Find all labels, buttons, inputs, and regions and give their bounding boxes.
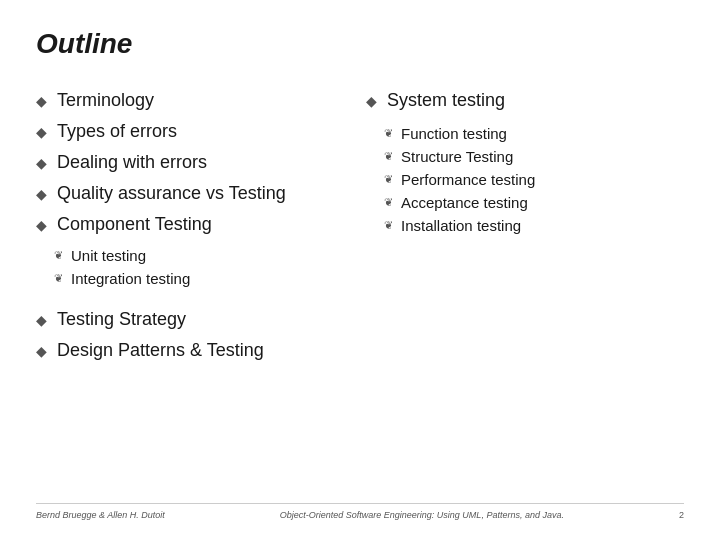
system-testing-label: System testing: [387, 90, 505, 111]
slide: Outline ◆ Terminology ◆ Types of errors …: [0, 0, 720, 540]
diamond-icon-6: ◆: [36, 312, 47, 328]
sub-bullet-text-integration: Integration testing: [71, 270, 190, 287]
content-area: ◆ Terminology ◆ Types of errors ◆ Dealin…: [36, 90, 684, 503]
sub-bullet-acceptance-testing: ❦ Acceptance testing: [384, 194, 684, 211]
sub-diamond-icon-1: ❦: [54, 249, 63, 262]
sub-bullet-text-installation: Installation testing: [401, 217, 521, 234]
sub-bullet-text-function: Function testing: [401, 125, 507, 142]
sub-diamond-right-2: ❦: [384, 150, 393, 163]
sub-bullet-unit-testing: ❦ Unit testing: [54, 247, 366, 264]
bullet-text-terminology: Terminology: [57, 90, 154, 111]
bullet-text-component: Component Testing: [57, 214, 212, 235]
bullet-testing-strategy: ◆ Testing Strategy: [36, 309, 366, 330]
sub-bullet-structure-testing: ❦ Structure Testing: [384, 148, 684, 165]
footer-left-text: Bernd Bruegge & Allen H. Dutoit: [36, 510, 165, 520]
sub-bullet-function-testing: ❦ Function testing: [384, 125, 684, 142]
right-column: ◆ System testing ❦ Function testing ❦ St…: [366, 90, 684, 503]
bullet-text-dealing: Dealing with errors: [57, 152, 207, 173]
sub-bullet-text-structure: Structure Testing: [401, 148, 513, 165]
bullet-design-patterns: ◆ Design Patterns & Testing: [36, 340, 366, 361]
footer-center-text: Object-Oriented Software Engineering: Us…: [165, 510, 679, 520]
bullet-text-design: Design Patterns & Testing: [57, 340, 264, 361]
sub-diamond-right-5: ❦: [384, 219, 393, 232]
bullet-quality-assurance: ◆ Quality assurance vs Testing: [36, 183, 366, 204]
right-sub-bullets: ❦ Function testing ❦ Structure Testing ❦…: [384, 125, 684, 240]
bullet-text-types: Types of errors: [57, 121, 177, 142]
diamond-icon-5: ◆: [36, 217, 47, 233]
sub-diamond-right-4: ❦: [384, 196, 393, 209]
diamond-icon-2: ◆: [36, 124, 47, 140]
bullet-text-strategy: Testing Strategy: [57, 309, 186, 330]
slide-title: Outline: [36, 28, 684, 60]
sub-bullet-text-unit: Unit testing: [71, 247, 146, 264]
sub-diamond-right-1: ❦: [384, 127, 393, 140]
bullet-terminology: ◆ Terminology: [36, 90, 366, 111]
diamond-icon-right: ◆: [366, 93, 377, 109]
footer: Bernd Bruegge & Allen H. Dutoit Object-O…: [36, 503, 684, 520]
component-sub-bullets: ❦ Unit testing ❦ Integration testing: [54, 247, 366, 293]
sub-bullet-text-performance: Performance testing: [401, 171, 535, 188]
sub-diamond-icon-2: ❦: [54, 272, 63, 285]
bullet-component-testing: ◆ Component Testing: [36, 214, 366, 235]
diamond-icon-4: ◆: [36, 186, 47, 202]
sub-diamond-right-3: ❦: [384, 173, 393, 186]
footer-right-text: 2: [679, 510, 684, 520]
diamond-icon-3: ◆: [36, 155, 47, 171]
bullet-text-quality: Quality assurance vs Testing: [57, 183, 286, 204]
system-testing-row: ◆ System testing: [366, 90, 684, 111]
sub-bullet-integration-testing: ❦ Integration testing: [54, 270, 366, 287]
sub-bullet-text-acceptance: Acceptance testing: [401, 194, 528, 211]
sub-bullet-performance-testing: ❦ Performance testing: [384, 171, 684, 188]
diamond-icon-1: ◆: [36, 93, 47, 109]
bullet-dealing-with-errors: ◆ Dealing with errors: [36, 152, 366, 173]
left-column: ◆ Terminology ◆ Types of errors ◆ Dealin…: [36, 90, 366, 503]
sub-bullet-installation-testing: ❦ Installation testing: [384, 217, 684, 234]
diamond-icon-7: ◆: [36, 343, 47, 359]
bullet-types-of-errors: ◆ Types of errors: [36, 121, 366, 142]
